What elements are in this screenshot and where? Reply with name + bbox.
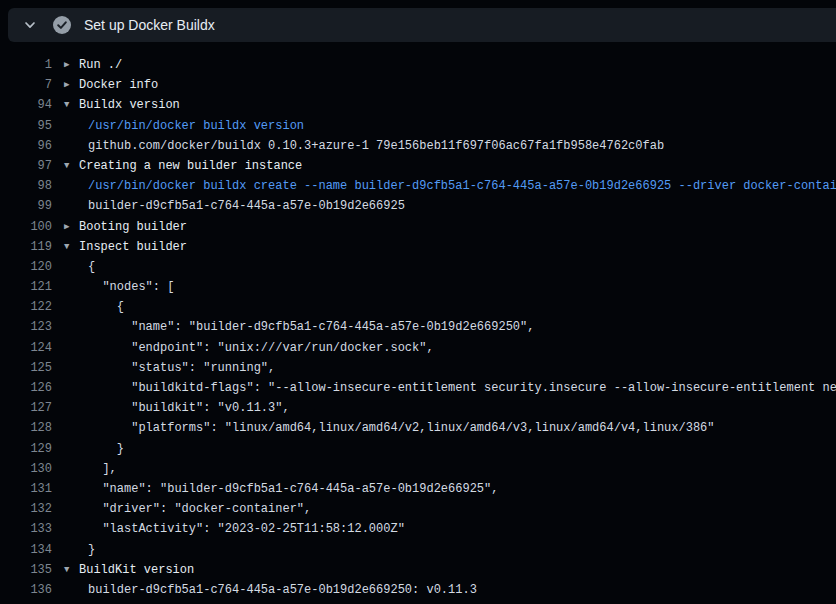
line-number[interactable]: 128 bbox=[0, 418, 52, 438]
log-group-label[interactable]: ▼Buildx version bbox=[52, 95, 180, 115]
log-text-content: Creating a new builder instance bbox=[79, 156, 302, 176]
log-group-header: 100▶Booting builder bbox=[0, 217, 836, 237]
log-text: "platforms": "linux/amd64,linux/amd64/v2… bbox=[52, 418, 715, 438]
log-text-content: "name": "builder-d9cfb5a1-c764-445a-a57e… bbox=[88, 479, 498, 499]
log-text: "endpoint": "unix:///var/run/docker.sock… bbox=[52, 338, 434, 358]
line-number[interactable]: 119 bbox=[0, 237, 52, 257]
log-text: "nodes": [ bbox=[52, 277, 174, 297]
triangle-down-icon[interactable]: ▼ bbox=[64, 95, 74, 115]
line-number[interactable]: 100 bbox=[0, 217, 52, 237]
log-text-content: "lastActivity": "2023-02-25T11:58:12.000… bbox=[88, 519, 405, 539]
log-text-content: "platforms": "linux/amd64,linux/amd64/v2… bbox=[88, 418, 715, 438]
line-number[interactable]: 133 bbox=[0, 519, 52, 539]
log-line: 123 "name": "builder-d9cfb5a1-c764-445a-… bbox=[0, 317, 836, 337]
chevron-down-icon[interactable] bbox=[18, 13, 42, 37]
line-number[interactable]: 135 bbox=[0, 560, 52, 580]
line-number[interactable]: 132 bbox=[0, 499, 52, 519]
log-line: 134} bbox=[0, 540, 836, 560]
log-text: github.com/docker/buildx 0.10.3+azure-1 … bbox=[52, 136, 664, 156]
line-number[interactable]: 136 bbox=[0, 580, 52, 600]
log-text-content: Docker info bbox=[79, 75, 158, 95]
check-circle-icon bbox=[53, 16, 71, 34]
log-line: 96github.com/docker/buildx 0.10.3+azure-… bbox=[0, 136, 836, 156]
line-number[interactable]: 124 bbox=[0, 338, 52, 358]
log-line: 136builder-d9cfb5a1-c764-445a-a57e-0b19d… bbox=[0, 580, 836, 600]
log-text-content: } bbox=[88, 540, 95, 560]
log-group-header: 7▶Docker info bbox=[0, 75, 836, 95]
line-number[interactable]: 129 bbox=[0, 439, 52, 459]
log-text: "driver": "docker-container", bbox=[52, 499, 311, 519]
log-line: 124 "endpoint": "unix:///var/run/docker.… bbox=[0, 338, 836, 358]
line-number[interactable]: 122 bbox=[0, 297, 52, 317]
log-text-content: "name": "builder-d9cfb5a1-c764-445a-a57e… bbox=[88, 317, 534, 337]
log-group-header: 119▼Inspect builder bbox=[0, 237, 836, 257]
step-title: Set up Docker Buildx bbox=[84, 17, 215, 33]
log-text-content: "buildkitd-flags": "--allow-insecure-ent… bbox=[88, 378, 836, 398]
line-number[interactable]: 97 bbox=[0, 156, 52, 176]
log-text: "name": "builder-d9cfb5a1-c764-445a-a57e… bbox=[52, 317, 534, 337]
log-text-content: builder-d9cfb5a1-c764-445a-a57e-0b19d2e6… bbox=[88, 196, 405, 216]
log-group-label[interactable]: ▶Booting builder bbox=[52, 217, 187, 237]
log-text-content: "status": "running", bbox=[88, 358, 275, 378]
log-group-label[interactable]: ▼BuildKit version bbox=[52, 560, 194, 580]
log-line: 131 "name": "builder-d9cfb5a1-c764-445a-… bbox=[0, 479, 836, 499]
log-group-label[interactable]: ▼Inspect builder bbox=[52, 237, 187, 257]
log-group-label[interactable]: ▼Creating a new builder instance bbox=[52, 156, 302, 176]
line-number[interactable]: 99 bbox=[0, 196, 52, 216]
log-line: 98/usr/bin/docker buildx create --name b… bbox=[0, 176, 836, 196]
line-number[interactable]: 121 bbox=[0, 277, 52, 297]
log-line: 95/usr/bin/docker buildx version bbox=[0, 116, 836, 136]
line-number[interactable]: 7 bbox=[0, 75, 52, 95]
log-group-label[interactable]: ▶Run ./ bbox=[52, 55, 122, 75]
log-text: "status": "running", bbox=[52, 358, 275, 378]
step-header[interactable]: Set up Docker Buildx bbox=[8, 8, 836, 42]
log-text-content: github.com/docker/buildx 0.10.3+azure-1 … bbox=[88, 136, 664, 156]
log-text-content: "endpoint": "unix:///var/run/docker.sock… bbox=[88, 338, 434, 358]
log-line: 121 "nodes": [ bbox=[0, 277, 836, 297]
log-line: 126 "buildkitd-flags": "--allow-insecure… bbox=[0, 378, 836, 398]
log-text-content: ], bbox=[88, 459, 117, 479]
line-number[interactable]: 120 bbox=[0, 257, 52, 277]
log-line: 125 "status": "running", bbox=[0, 358, 836, 378]
log-line: 130 ], bbox=[0, 459, 836, 479]
log-text: "buildkit": "v0.11.3", bbox=[52, 398, 290, 418]
line-number[interactable]: 1 bbox=[0, 55, 52, 75]
log-line: 129 } bbox=[0, 439, 836, 459]
line-number[interactable]: 96 bbox=[0, 136, 52, 156]
log-line: 122 { bbox=[0, 297, 836, 317]
log-group-header: 135▼BuildKit version bbox=[0, 560, 836, 580]
line-number[interactable]: 131 bbox=[0, 479, 52, 499]
log-line: 132 "driver": "docker-container", bbox=[0, 499, 836, 519]
triangle-right-icon[interactable]: ▶ bbox=[64, 55, 74, 75]
log-line: 99builder-d9cfb5a1-c764-445a-a57e-0b19d2… bbox=[0, 196, 836, 216]
log-lines: 1▶Run ./7▶Docker info94▼Buildx version95… bbox=[0, 42, 836, 600]
log-group-label[interactable]: ▶Docker info bbox=[52, 75, 158, 95]
log-text: ], bbox=[52, 459, 117, 479]
log-text-content: Inspect builder bbox=[79, 237, 187, 257]
log-text: /usr/bin/docker buildx create --name bui… bbox=[52, 176, 836, 196]
line-number[interactable]: 126 bbox=[0, 378, 52, 398]
log-line: 133 "lastActivity": "2023-02-25T11:58:12… bbox=[0, 519, 836, 539]
triangle-right-icon[interactable]: ▶ bbox=[64, 217, 74, 237]
line-number[interactable]: 127 bbox=[0, 398, 52, 418]
log-line: 127 "buildkit": "v0.11.3", bbox=[0, 398, 836, 418]
triangle-right-icon[interactable]: ▶ bbox=[64, 75, 74, 95]
line-number[interactable]: 125 bbox=[0, 358, 52, 378]
log-text-content: } bbox=[88, 439, 124, 459]
line-number[interactable]: 94 bbox=[0, 95, 52, 115]
line-number[interactable]: 134 bbox=[0, 540, 52, 560]
log-text-content: "nodes": [ bbox=[88, 277, 174, 297]
triangle-down-icon[interactable]: ▼ bbox=[64, 560, 74, 580]
line-number[interactable]: 123 bbox=[0, 317, 52, 337]
line-number[interactable]: 98 bbox=[0, 176, 52, 196]
log-text: "lastActivity": "2023-02-25T11:58:12.000… bbox=[52, 519, 405, 539]
log-group-header: 97▼Creating a new builder instance bbox=[0, 156, 836, 176]
line-number[interactable]: 130 bbox=[0, 459, 52, 479]
log-text: { bbox=[52, 257, 95, 277]
triangle-down-icon[interactable]: ▼ bbox=[64, 156, 74, 176]
log-text-content: { bbox=[88, 257, 95, 277]
log-text-content: "buildkit": "v0.11.3", bbox=[88, 398, 290, 418]
triangle-down-icon[interactable]: ▼ bbox=[64, 237, 74, 257]
line-number[interactable]: 95 bbox=[0, 116, 52, 136]
log-text: { bbox=[52, 297, 124, 317]
